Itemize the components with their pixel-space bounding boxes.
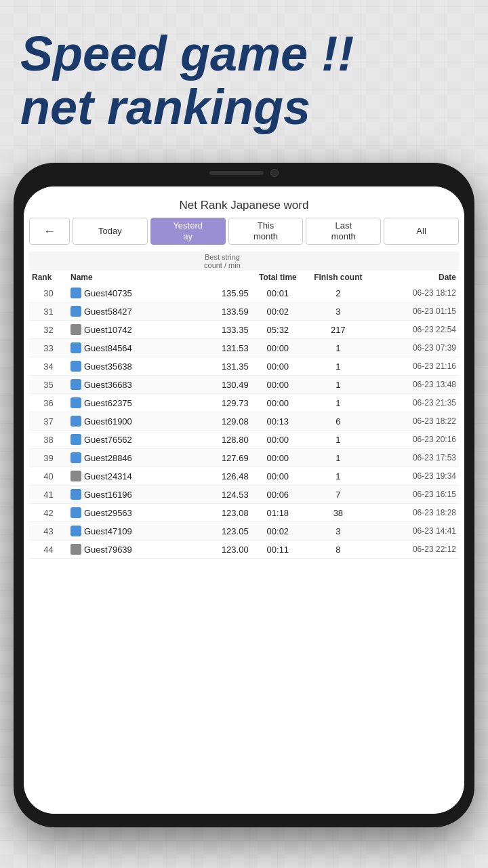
cell-date: 06-23 20:16 [372,431,459,449]
cell-name: Guest24314 [68,467,193,486]
tablet-icon [70,324,81,335]
cell-finish-count: 1 [304,449,372,467]
col-finish-count: Finish count [304,271,372,284]
table-row: 37 Guest61900 129.08 00:13 6 06-23 18:22 [29,412,459,431]
cell-total-time: 00:00 [251,376,304,394]
cell-name: Guest28846 [68,449,193,467]
cell-rank: 41 [29,486,68,504]
cell-rank: 40 [29,467,68,486]
cell-date: 06-23 14:41 [372,522,459,540]
tab-bar: ← Today Yesterday Thismonth Lastmonth Al… [24,218,464,252]
phone-screen: Net Rank Japanese word ← Today Yesterday… [24,186,464,814]
cell-name: Guest47109 [68,522,193,540]
cell-total-time: 00:11 [251,540,304,559]
cell-total-time: 01:18 [251,504,304,522]
cell-finish-count: 8 [304,540,372,559]
cell-rank: 33 [29,339,68,357]
notch-bar [209,171,264,175]
net-rank-title: Net Rank Japanese word [24,186,464,218]
cell-rank: 38 [29,431,68,449]
cell-total-time: 00:00 [251,467,304,486]
cell-total-time: 00:02 [251,302,304,321]
cell-date: 06-23 21:35 [372,394,459,412]
table-row: 44 Guest79639 123.00 00:11 8 06-23 22:12 [29,540,459,559]
cell-finish-count: 1 [304,431,372,449]
cell-name: Guest79639 [68,540,193,559]
phone-icon [70,489,81,500]
cell-date: 06-23 18:28 [372,504,459,522]
table-row: 36 Guest62375 129.73 00:00 1 06-23 21:35 [29,394,459,412]
cell-name: Guest36683 [68,376,193,394]
cell-score: 127.69 [193,449,251,467]
cell-rank: 43 [29,522,68,540]
rankings-table-container: Best string count / min Rank Name Total … [24,252,464,814]
phone-icon [70,288,81,298]
cell-name: Guest40735 [68,284,193,302]
phone-icon [70,416,81,427]
col-score [193,271,251,284]
table-row: 40 Guest24314 126.48 00:00 1 06-23 19:34 [29,467,459,486]
cell-name: Guest61900 [68,412,193,431]
cell-finish-count: 217 [304,321,372,339]
phone-icon [70,361,81,372]
table-row: 32 Guest10742 133.35 05:32 217 06-23 22:… [29,321,459,339]
phone-icon [70,526,81,536]
cell-rank: 39 [29,449,68,467]
cell-rank: 44 [29,540,68,559]
back-button[interactable]: ← [29,218,70,245]
table-row: 35 Guest36683 130.49 00:00 1 06-23 13:48 [29,376,459,394]
table-row: 41 Guest16196 124.53 00:06 7 06-23 16:15 [29,486,459,504]
tablet-icon [70,471,81,481]
cell-name: Guest58427 [68,302,193,321]
col-rank: Rank [29,271,68,284]
cell-finish-count: 1 [304,357,372,376]
cell-date: 06-23 22:54 [372,321,459,339]
cell-name: Guest62375 [68,394,193,412]
phone-icon [70,306,81,317]
tab-this-month[interactable]: Thismonth [228,218,304,245]
cell-name: Guest84564 [68,339,193,357]
best-string-header: Best string count / min [193,252,251,271]
col-date: Date [372,271,459,284]
tab-last-month[interactable]: Lastmonth [306,218,381,245]
cell-date: 06-23 17:53 [372,449,459,467]
cell-date: 06-23 18:12 [372,284,459,302]
phone-notch [169,163,319,183]
cell-date: 06-23 18:22 [372,412,459,431]
cell-finish-count: 1 [304,467,372,486]
cell-total-time: 00:00 [251,339,304,357]
cell-name: Guest35638 [68,357,193,376]
cell-total-time: 00:13 [251,412,304,431]
table-row: 43 Guest47109 123.05 00:02 3 06-23 14:41 [29,522,459,540]
cell-name: Guest10742 [68,321,193,339]
cell-finish-count: 1 [304,376,372,394]
cell-total-time: 00:02 [251,522,304,540]
table-row: 30 Guest40735 135.95 00:01 2 06-23 18:12 [29,284,459,302]
tab-yesterday[interactable]: Yesterday [150,218,226,245]
cell-finish-count: 1 [304,394,372,412]
cell-finish-count: 38 [304,504,372,522]
phone-icon [70,434,81,445]
cell-name: Guest16196 [68,486,193,504]
table-row: 31 Guest58427 133.59 00:02 3 06-23 01:15 [29,302,459,321]
table-row: 42 Guest29563 123.08 01:18 38 06-23 18:2… [29,504,459,522]
cell-finish-count: 3 [304,302,372,321]
screen-content: Net Rank Japanese word ← Today Yesterday… [24,186,464,814]
cell-rank: 37 [29,412,68,431]
cell-finish-count: 7 [304,486,372,504]
table-row: 39 Guest28846 127.69 00:00 1 06-23 17:53 [29,449,459,467]
cell-finish-count: 3 [304,522,372,540]
tab-all[interactable]: All [384,218,459,245]
cell-rank: 31 [29,302,68,321]
cell-date: 06-23 22:12 [372,540,459,559]
cell-score: 131.53 [193,339,251,357]
rankings-table: Best string count / min Rank Name Total … [29,252,459,559]
tab-today[interactable]: Today [73,218,148,245]
notch-camera [270,169,279,177]
cell-total-time: 00:00 [251,449,304,467]
cell-date: 06-23 21:16 [372,357,459,376]
tablet-icon [70,544,81,555]
cell-rank: 36 [29,394,68,412]
cell-total-time: 05:32 [251,321,304,339]
col-name: Name [68,271,193,284]
